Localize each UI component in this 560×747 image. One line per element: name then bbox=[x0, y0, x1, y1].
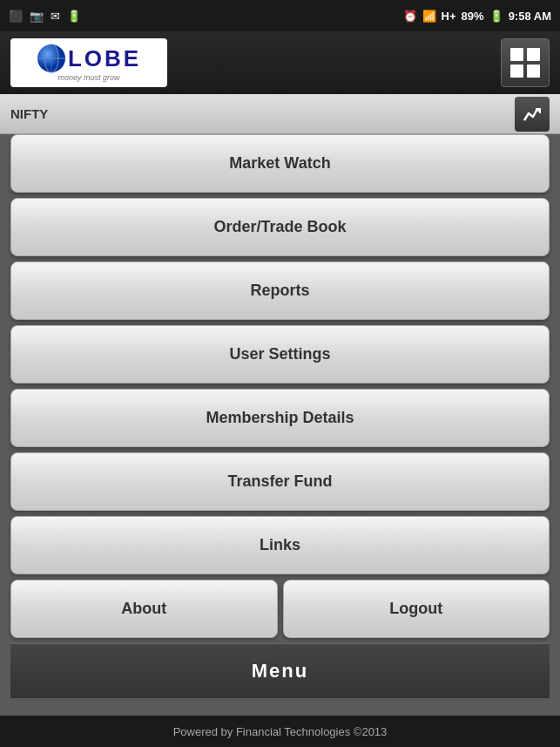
battery-icon: 🔋 bbox=[489, 10, 503, 23]
transfer-fund-button[interactable]: Transfer Fund bbox=[10, 452, 550, 511]
network-type: H+ bbox=[442, 10, 456, 23]
logout-button[interactable]: Logout bbox=[283, 580, 550, 638]
footer-text: Powered by Financial Technologies ©2013 bbox=[173, 725, 388, 738]
header-bar: LOBE money must grow bbox=[0, 31, 560, 94]
camera-icon: 📷 bbox=[30, 10, 44, 23]
grid-menu-button[interactable] bbox=[501, 38, 550, 87]
about-button[interactable]: About bbox=[10, 580, 278, 638]
status-left-icons: ⬛ 📷 ✉ 🔋 bbox=[9, 10, 81, 23]
time-display: 9:58 AM bbox=[509, 10, 551, 23]
user-settings-button[interactable]: User Settings bbox=[10, 325, 550, 384]
status-right-info: ⏰ 📶 H+ 89% 🔋 9:58 AM bbox=[403, 10, 551, 23]
menu-footer-label: Menu bbox=[252, 660, 308, 682]
main-content: Tra Market Watch Order/Trade Book Report… bbox=[0, 134, 560, 716]
logo-text-label: LOBE bbox=[68, 45, 141, 72]
market-watch-button[interactable]: Market Watch bbox=[10, 134, 550, 193]
logo-container: LOBE money must grow bbox=[10, 38, 167, 87]
tab-bar: NIFTY bbox=[0, 94, 560, 134]
clock-icon: ⏰ bbox=[403, 10, 417, 23]
footer: Powered by Financial Technologies ©2013 bbox=[0, 716, 560, 747]
membership-details-button[interactable]: Membership Details bbox=[10, 389, 550, 447]
signal-bars: 📶 bbox=[422, 10, 436, 23]
links-button[interactable]: Links bbox=[10, 516, 550, 574]
menu-footer-tab[interactable]: Menu bbox=[10, 643, 550, 698]
chart-button[interactable] bbox=[515, 97, 550, 132]
dropdown-menu: Market Watch Order/Trade Book Reports Us… bbox=[10, 134, 550, 703]
active-tab-label[interactable]: NIFTY bbox=[10, 106, 48, 121]
globe-logo-icon bbox=[37, 44, 66, 73]
order-trade-book-button[interactable]: Order/Trade Book bbox=[10, 198, 550, 256]
about-logout-row: About Logout bbox=[10, 580, 550, 638]
status-bar: ⬛ 📷 ✉ 🔋 ⏰ 📶 H+ 89% 🔋 9:58 AM bbox=[0, 0, 560, 31]
reports-button[interactable]: Reports bbox=[10, 261, 550, 320]
battery-percent: 89% bbox=[462, 10, 484, 23]
battery-saver-icon: 🔋 bbox=[67, 10, 81, 23]
message-icon: ✉ bbox=[51, 10, 60, 23]
screenshot-icon: ⬛ bbox=[9, 10, 23, 23]
logo-subtitle-text: money must grow bbox=[57, 73, 119, 82]
